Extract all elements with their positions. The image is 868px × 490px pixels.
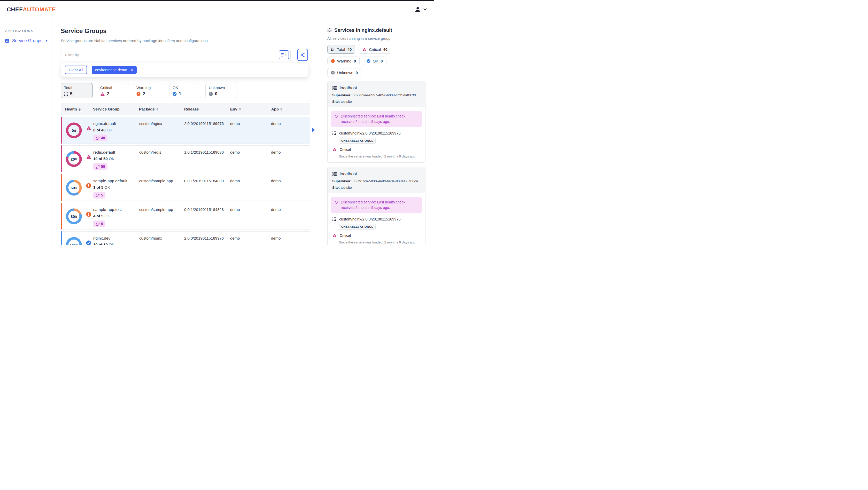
filter-count: 1 bbox=[285, 53, 287, 57]
clear-all-button[interactable]: Clear All bbox=[65, 66, 87, 74]
app-cell: demo bbox=[271, 178, 281, 183]
tile-value: 0 bbox=[215, 91, 217, 97]
tile-label: Total bbox=[64, 86, 89, 90]
env-cell: demo bbox=[230, 178, 240, 183]
brand-logo[interactable]: CHEFAUTOMATE bbox=[7, 6, 56, 13]
column-header-release[interactable]: Release bbox=[184, 107, 199, 111]
tile-value: 2 bbox=[143, 91, 145, 97]
service-card-header: localhost Supervisor: 002732ee-6557-405c… bbox=[328, 81, 425, 107]
status-badge-total[interactable]: ? Total 40 bbox=[327, 45, 355, 54]
column-header-app[interactable]: App bbox=[271, 107, 282, 111]
ok-check-icon bbox=[367, 59, 370, 63]
table-row-redis.default[interactable]: 20% redis.default 10 of bbox=[61, 145, 310, 172]
column-label: App bbox=[271, 107, 279, 111]
status-badge-warning[interactable]: ? Warning 0 bbox=[327, 57, 360, 65]
filter-input[interactable]: Filter by... bbox=[61, 49, 291, 61]
supervisor-label: Supervisor: bbox=[332, 93, 351, 97]
critical-triangle-icon bbox=[86, 126, 91, 131]
table-row-sample-app.default[interactable]: 60% sample-app.default bbox=[61, 174, 310, 201]
badge-label: Unknown bbox=[337, 70, 353, 75]
column-header-package[interactable]: Package bbox=[139, 107, 158, 111]
server-icon bbox=[332, 86, 337, 90]
sort-icon[interactable] bbox=[79, 108, 81, 111]
table-row-nginx.dev[interactable]: 100% nginx.dev 10 of 10 bbox=[61, 231, 310, 245]
release-cell: 2.0.0/20190115189976 bbox=[184, 236, 224, 240]
service-cards: localhost Supervisor: 002732ee-6557-405c… bbox=[327, 81, 426, 245]
app-bar: CHEFAUTOMATE bbox=[0, 1, 434, 18]
sidebar-section-label: APPLICATIONS bbox=[5, 29, 51, 33]
filter-count-button[interactable]: 1 bbox=[279, 50, 289, 59]
disconnected-count-pill[interactable]: 5 bbox=[93, 192, 105, 199]
status-badge-critical[interactable]: ? Critical 40 bbox=[359, 45, 391, 54]
sidebar-item-service-groups[interactable]: Service Groups bbox=[5, 38, 48, 43]
sort-icon[interactable] bbox=[156, 108, 158, 111]
filter-chip[interactable]: environment: demo ✕ bbox=[92, 66, 137, 74]
disconnected-alert: Disconnected service: Last health check … bbox=[331, 197, 422, 213]
column-header-health[interactable]: Health bbox=[65, 107, 81, 111]
tile-value: 2 bbox=[107, 91, 109, 97]
health-donut: 60% bbox=[66, 180, 82, 196]
sidebar: APPLICATIONS Service Groups bbox=[0, 18, 52, 245]
service-since-text: Since the service was loaded, 2 months 9… bbox=[339, 154, 422, 158]
package-cell: custom/nginx bbox=[139, 121, 162, 126]
status-tile-ok[interactable]: OK bbox=[169, 83, 201, 98]
service-group-name: nginx.dev bbox=[93, 236, 115, 240]
release-cell: 0.0.1/20190115184890 bbox=[184, 178, 224, 183]
app-cell: demo bbox=[271, 121, 281, 126]
chef-automate-app: CHEFAUTOMATE APPLICATIONS Service Groups bbox=[0, 0, 434, 245]
services-panel: Services in nginx.default All services r… bbox=[320, 18, 434, 245]
table-row-nginx.default[interactable]: 0% nginx.default 0 of 4 bbox=[61, 117, 310, 143]
sort-icon[interactable] bbox=[239, 108, 241, 111]
status-badge-ok[interactable]: ? OK 0 bbox=[363, 57, 386, 65]
package-dots-icon bbox=[332, 131, 336, 135]
services-panel-subtitle: All services running in a service group. bbox=[327, 36, 434, 40]
table-row-sample-app.test[interactable]: 80% sample-app.test 4 o bbox=[61, 203, 310, 230]
badge-value: 0 bbox=[354, 59, 356, 63]
service-group-rows: 0% nginx.default 0 of 4 bbox=[61, 117, 310, 245]
percent-sign: % bbox=[76, 244, 78, 245]
chevron-down-icon bbox=[424, 8, 427, 10]
status-tile-total[interactable]: Total bbox=[61, 83, 93, 98]
health-donut: 20% bbox=[66, 151, 82, 167]
badge-value: 0 bbox=[380, 59, 382, 63]
tile-label: Critical bbox=[100, 86, 126, 90]
site-name: testsite bbox=[341, 186, 352, 190]
sort-icon[interactable] bbox=[280, 108, 282, 111]
service-group-name: sample-app.default bbox=[93, 178, 127, 183]
service-health-status: Critical bbox=[340, 148, 351, 152]
disconnected-count-pill[interactable]: 40 bbox=[93, 134, 107, 141]
user-menu[interactable] bbox=[414, 6, 427, 13]
column-header-service-group[interactable]: Service Group bbox=[93, 107, 120, 111]
share-icon bbox=[301, 53, 305, 58]
service-card: localhost Supervisor: 083b07ca-5830-4a8d… bbox=[327, 167, 426, 245]
main-content: Service Groups Service groups are Habita… bbox=[52, 18, 320, 245]
unknown-question-icon: ? bbox=[331, 71, 335, 75]
service-status-badges: ? Total 40 bbox=[327, 45, 424, 77]
brand-chef: CHEF bbox=[7, 6, 23, 13]
status-tile-unknown[interactable]: Unknown bbox=[206, 83, 238, 98]
warning-circle-icon bbox=[86, 183, 91, 188]
share-button[interactable] bbox=[297, 49, 308, 61]
health-donut: 0% bbox=[66, 122, 82, 138]
supervisor-label: Supervisor: bbox=[332, 179, 351, 183]
status-tile-warning[interactable]: Warning bbox=[133, 83, 165, 98]
svg-text:?: ? bbox=[210, 93, 212, 96]
disconnected-count-pill[interactable]: 5 bbox=[93, 221, 105, 227]
status-badge-unknown[interactable]: ? Unknown 0 bbox=[327, 68, 362, 77]
percent-sign: % bbox=[75, 187, 77, 190]
sidebar-item-label: Service Groups bbox=[12, 38, 42, 43]
column-header-env[interactable]: Env bbox=[230, 107, 241, 111]
chip-close-icon[interactable]: ✕ bbox=[130, 68, 133, 72]
service-identifier: custom/nginx/2.0.0/20190115189976 bbox=[339, 131, 401, 135]
disconnected-count-pill[interactable]: 50 bbox=[93, 163, 107, 170]
env-cell: demo bbox=[230, 207, 240, 212]
update-strategy-badge: UNSTABLE: AT-ONCE bbox=[339, 224, 376, 230]
warning-circle-icon bbox=[136, 92, 141, 96]
critical-triangle-icon bbox=[362, 47, 367, 52]
ok-suffix: OK bbox=[107, 128, 113, 132]
ok-suffix: OK bbox=[109, 157, 115, 161]
badge-value: 40 bbox=[347, 47, 352, 52]
status-tile-critical[interactable]: Critical bbox=[97, 83, 129, 98]
package-dots-icon bbox=[332, 217, 336, 221]
badge-label: Warning bbox=[337, 59, 351, 63]
